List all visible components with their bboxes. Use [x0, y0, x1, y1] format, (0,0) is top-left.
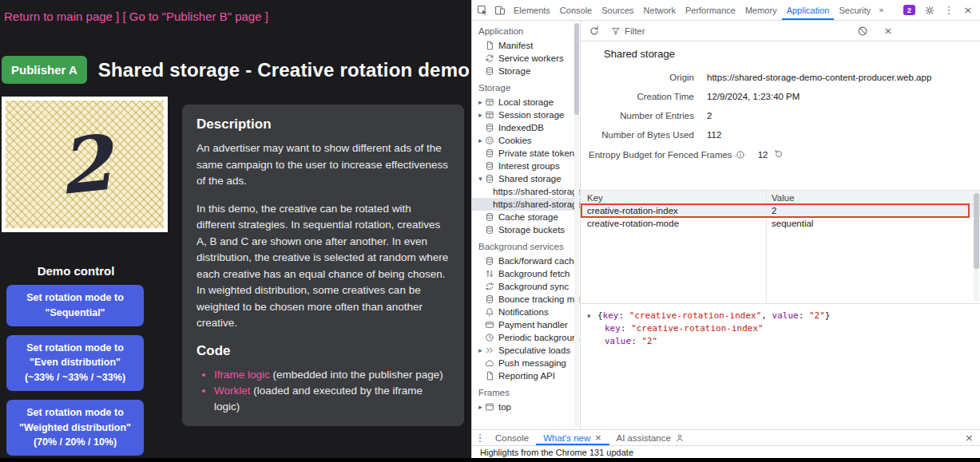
tree-item[interactable]: Back/forward cache	[472, 255, 580, 267]
inspect-icon[interactable]	[474, 0, 491, 20]
devtools-close-icon[interactable]: ×	[959, 4, 977, 16]
expand-arrow-icon[interactable]: ▾	[476, 175, 485, 183]
key-column-header[interactable]: Key	[581, 191, 766, 203]
clear-icon[interactable]	[854, 26, 871, 37]
tree-item[interactable]: Payment handler	[472, 318, 580, 331]
panel-title: Shared storage	[604, 48, 980, 60]
tree-item[interactable]: Private state tokens	[472, 147, 580, 160]
filter-control[interactable]: Filter	[611, 26, 645, 36]
tree-item[interactable]: Manifest	[472, 39, 580, 52]
expand-arrow-icon[interactable]: ▸	[476, 136, 485, 144]
filter-funnel-icon	[611, 26, 621, 36]
preview-caret-icon[interactable]: ▾	[587, 310, 597, 322]
devtools-tab[interactable]: Console	[555, 0, 597, 20]
drawer-kebab-icon[interactable]: ⋮	[472, 430, 488, 445]
table-scrollbar[interactable]	[974, 192, 979, 302]
description-paragraph-1: An advertiser may want to show different…	[196, 140, 450, 190]
tree-item[interactable]: Notifications	[472, 306, 580, 318]
tree-item[interactable]: Storage buckets	[472, 223, 580, 236]
value-column-header[interactable]: Value	[766, 191, 980, 203]
tree-item[interactable]: https://shared-storage…	[472, 198, 580, 211]
whats-new-bar: Highlights from the Chrome 131 update	[472, 445, 980, 458]
devtools-tab[interactable]: Sources	[597, 0, 638, 20]
tree-item[interactable]: Push messaging	[472, 357, 580, 369]
metadata-label-text: Number of Bytes Used	[601, 130, 694, 140]
sidebar-scrollbar-thumb[interactable]	[574, 23, 579, 115]
tree-item[interactable]: Cache storage	[472, 211, 580, 223]
code-link[interactable]: Iframe logic	[214, 369, 270, 381]
devtools-tab[interactable]: Application	[782, 0, 835, 20]
refresh-icon[interactable]	[585, 26, 603, 37]
metadata-label: Entropy Budget for Fenced Frames	[589, 150, 745, 160]
tree-item[interactable]: ▸ top	[472, 401, 580, 413]
table-row[interactable]: creative-rotation-mode sequential	[581, 217, 980, 230]
tree-item[interactable]: Storage	[472, 65, 580, 77]
tree-item[interactable]: Interest groups	[472, 160, 580, 172]
reset-budget-icon[interactable]	[774, 149, 784, 160]
rotation-mode-button[interactable]: Set rotation mode to "Sequential"	[6, 285, 144, 326]
expand-arrow-icon[interactable]: ▸	[476, 403, 485, 411]
metadata-value-text: 112	[707, 130, 721, 140]
kebab-menu-icon[interactable]: ⋮	[940, 4, 958, 16]
cloud-icon	[485, 358, 494, 368]
description-panel: Description An advertiser may want to sh…	[182, 105, 464, 426]
tree-item-label: Reporting API	[498, 371, 555, 381]
demo-buttons: Set rotation mode to "Sequential" Set ro…	[6, 285, 144, 456]
table-row[interactable]: creative-rotation-index 2	[581, 204, 980, 217]
tree-item[interactable]: Background sync	[472, 280, 580, 293]
devtools-tab[interactable]: Elements	[509, 0, 555, 20]
demo-control-heading: Demo control	[0, 264, 152, 278]
page-nav: Return to main page ] [ Go to "Publisher…	[4, 10, 268, 23]
metadata-row: Entropy Budget for Fenced Frames 12	[589, 149, 980, 160]
drawer-tab[interactable]: What's new ×	[536, 430, 609, 445]
sidebar-scrollbar[interactable]	[574, 23, 579, 427]
device-toolbar-icon[interactable]	[491, 0, 509, 20]
toolbar-close-icon[interactable]: ×	[879, 25, 897, 37]
preview-key-name: key	[605, 323, 621, 334]
rotation-mode-button[interactable]: Set rotation mode to "Weighted distribut…	[6, 400, 144, 456]
tree-item-label: Cache storage	[498, 212, 558, 222]
tree-item-label: Notifications	[498, 307, 549, 317]
drawer-tab[interactable]: AI assistance ×	[609, 430, 692, 445]
expand-arrow-icon[interactable]: ▸	[476, 346, 485, 354]
preview-summary: ▾{key: "creative-rotation-index", value:…	[581, 310, 980, 322]
tab-close-icon[interactable]: ×	[594, 432, 601, 443]
db-icon	[485, 212, 494, 222]
expand-arrow-icon[interactable]: ▸	[476, 111, 485, 119]
tree-item[interactable]: ▸ Session storage	[472, 109, 580, 121]
drawer-close-icon[interactable]: ×	[965, 430, 980, 445]
tree-item[interactable]: IndexedDB	[472, 121, 580, 134]
metadata-value: 12/9/2024, 1:23:40 PM	[707, 92, 799, 101]
drawer-tab[interactable]: Console ×	[488, 430, 536, 445]
tree-item[interactable]: Service workers	[472, 52, 580, 65]
tree-item-label: IndexedDB	[498, 123, 544, 132]
bottom-strip	[0, 458, 980, 462]
tree-item[interactable]: Periodic backgroun…	[472, 331, 580, 344]
table-icon	[485, 97, 494, 107]
tree-item[interactable]: https://shared-storage…	[472, 185, 580, 198]
tree-item[interactable]: Bounce tracking miti…	[472, 293, 580, 306]
tree-item[interactable]: Reporting API	[472, 369, 580, 382]
entry-preview: ▾{key: "creative-rotation-index", value:…	[581, 303, 980, 429]
code-link[interactable]: Worklet	[214, 385, 251, 397]
rotation-mode-button[interactable]: Set rotation mode to "Even distribution"…	[6, 335, 144, 391]
devtools-tab[interactable]: Security	[834, 0, 875, 20]
issues-badge[interactable]: 2	[903, 5, 915, 15]
tree-item[interactable]: ▸ Cookies	[472, 134, 580, 147]
settings-gear-icon[interactable]	[921, 5, 938, 16]
expand-arrow-icon[interactable]: ▸	[476, 98, 485, 106]
more-tabs-icon[interactable]: »	[875, 0, 887, 20]
publisher-b-link[interactable]: Go to "Publisher B" page	[129, 10, 262, 23]
tree-item-label: Storage buckets	[498, 225, 565, 235]
info-icon[interactable]	[736, 150, 745, 160]
devtools-tab[interactable]: Network	[639, 0, 680, 20]
devtools-tab[interactable]: Performance	[680, 0, 740, 20]
tree-item[interactable]: ▾ Shared storage	[472, 172, 580, 185]
sync-icon	[485, 282, 494, 291]
tree-item[interactable]: ▸ Speculative loads	[472, 344, 580, 357]
table-scrollbar-thumb[interactable]	[974, 193, 979, 269]
devtools-tab[interactable]: Memory	[740, 0, 782, 20]
tree-item[interactable]: Background fetch	[472, 267, 580, 280]
tree-item[interactable]: ▸ Local storage	[472, 96, 580, 109]
return-main-link[interactable]: Return to main page	[4, 10, 113, 23]
